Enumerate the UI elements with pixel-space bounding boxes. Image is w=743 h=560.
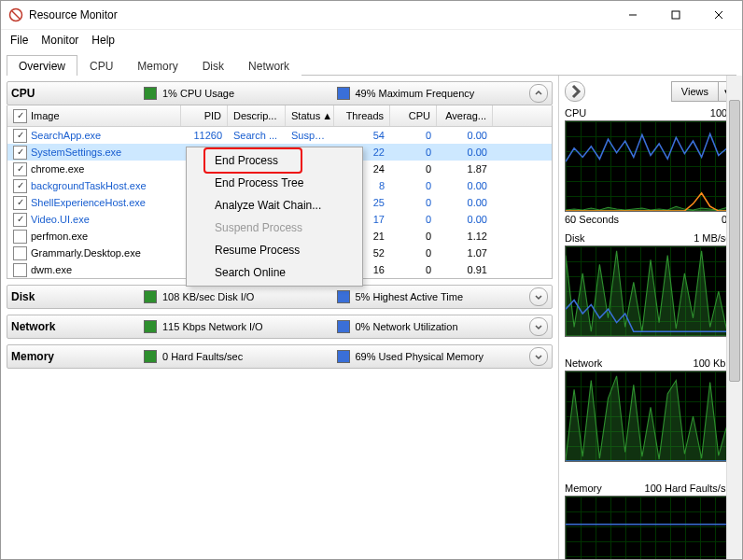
col-threads[interactable]: Threads (334, 105, 390, 126)
col-cpu[interactable]: CPU (390, 105, 437, 126)
charts-pane: Views ▾ CPU100%60 Seconds0%Disk1 MB/sec0… (558, 76, 742, 559)
process-table-header: Image PID Descrip... Status▲ Threads CPU… (7, 105, 552, 127)
chart-canvas (565, 371, 736, 462)
disk-active-label: 5% Highest Active Time (356, 291, 464, 302)
disk-io-label: 108 KB/sec Disk I/O (162, 291, 254, 302)
col-status[interactable]: Status▲ (286, 105, 334, 126)
cpu-section-header[interactable]: CPU 1% CPU Usage 49% Maximum Frequency (7, 81, 553, 105)
net-io-label: 115 Kbps Network I/O (162, 321, 263, 332)
context-menu-item[interactable]: Resume Process (189, 239, 360, 261)
cpu-freq-label: 49% Maximum Frequency (356, 88, 475, 99)
app-icon (8, 7, 23, 22)
charts-collapse-button[interactable] (565, 81, 585, 102)
process-name: Video.UI.exe (31, 214, 90, 225)
row-checkbox[interactable] (13, 179, 27, 193)
col-desc[interactable]: Descrip... (228, 105, 286, 126)
row-checkbox[interactable] (13, 196, 27, 210)
disk-section-title: Disk (11, 290, 144, 303)
menubar: File Monitor Help (1, 30, 742, 50)
row-checkbox[interactable] (13, 162, 27, 176)
charts-scrollbar-thumb[interactable] (729, 100, 740, 382)
process-cpu: 0 (390, 180, 437, 191)
tab-network[interactable]: Network (236, 55, 301, 76)
disk-active-swatch (337, 290, 350, 303)
col-image[interactable]: Image (7, 105, 181, 126)
col-avg[interactable]: Averag... (437, 105, 493, 126)
disk-io-swatch (144, 290, 157, 303)
chart-canvas (565, 120, 736, 212)
minimize-button[interactable] (611, 1, 654, 29)
chart-canvas (565, 496, 736, 559)
context-menu-item[interactable]: Search Online (189, 261, 360, 284)
chart-memory: Memory100 Hard Faults/sec (565, 483, 736, 559)
process-cpu: 0 (390, 231, 437, 242)
menu-help[interactable]: Help (91, 34, 115, 47)
process-avgcpu: 0.00 (437, 147, 493, 158)
process-name: Grammarly.Desktop.exe (31, 247, 141, 259)
process-pid: 11260 (181, 130, 228, 141)
process-cpu: 0 (390, 264, 437, 275)
row-checkbox[interactable] (13, 263, 27, 277)
col-pid[interactable]: PID (181, 105, 228, 126)
charts-scrollbar[interactable] (726, 76, 742, 559)
disk-expand-button[interactable] (529, 287, 548, 306)
chart-title: Memory (565, 483, 602, 494)
resource-monitor-window: Resource Monitor File Monitor Help Overv… (0, 0, 743, 560)
process-cpu: 0 (390, 163, 437, 175)
process-avgcpu: 0.00 (437, 130, 493, 141)
row-checkbox[interactable] (13, 230, 27, 244)
select-all-checkbox[interactable] (13, 109, 27, 123)
cpu-freq-swatch (337, 87, 350, 100)
table-row[interactable]: SearchApp.exe11260Search ...Suspe...5400… (7, 127, 552, 144)
menu-file[interactable]: File (10, 34, 28, 47)
net-util-swatch (337, 320, 350, 333)
maximize-button[interactable] (654, 1, 697, 29)
context-menu-item[interactable]: Analyze Wait Chain... (189, 194, 360, 217)
context-menu-item: Suspend Process (189, 217, 360, 239)
chart-cpu: CPU100%60 Seconds0% (565, 107, 736, 225)
process-avgcpu: 0.00 (437, 197, 493, 208)
disk-section-header[interactable]: Disk 108 KB/sec Disk I/O 5% Highest Acti… (7, 285, 553, 309)
context-menu-item[interactable]: End Process (189, 149, 360, 172)
close-button[interactable] (697, 1, 740, 29)
process-avgcpu: 0.91 (437, 264, 493, 275)
memory-section-title: Memory (11, 350, 144, 363)
process-avgcpu: 1.12 (437, 231, 493, 242)
overview-pane: CPU 1% CPU Usage 49% Maximum Frequency I… (1, 76, 558, 559)
row-checkbox[interactable] (13, 129, 27, 143)
tab-overview[interactable]: Overview (7, 55, 77, 76)
menu-monitor[interactable]: Monitor (41, 34, 78, 47)
memory-expand-button[interactable] (529, 347, 548, 366)
network-expand-button[interactable] (529, 317, 548, 336)
process-cpu: 0 (390, 130, 437, 141)
views-button[interactable]: Views (671, 81, 719, 102)
cpu-usage-label: 1% CPU Usage (162, 88, 234, 99)
cpu-section-title: CPU (11, 87, 144, 100)
mem-faults-swatch (144, 350, 157, 363)
process-name: backgroundTaskHost.exe (31, 180, 147, 191)
tab-memory[interactable]: Memory (125, 55, 189, 76)
network-section-title: Network (11, 320, 144, 333)
mem-used-swatch (337, 350, 350, 363)
network-section-header[interactable]: Network 115 Kbps Network I/O 0% Network … (7, 315, 553, 339)
tabstrip: Overview CPU Memory Disk Network (7, 52, 736, 76)
process-name: ShellExperienceHost.exe (31, 197, 146, 208)
row-checkbox[interactable] (13, 213, 27, 227)
process-name: SystemSettings.exe (31, 147, 121, 158)
context-menu-item[interactable]: End Process Tree (189, 172, 360, 194)
net-util-label: 0% Network Utilization (356, 321, 458, 332)
context-menu: End ProcessEnd Process TreeAnalyze Wait … (186, 147, 363, 287)
chart-disk: Disk1 MB/sec0 (565, 232, 736, 350)
chart-xaxis-label: 60 Seconds (565, 214, 619, 225)
tab-cpu[interactable]: CPU (77, 55, 125, 76)
cpu-collapse-button[interactable] (529, 84, 548, 103)
titlebar: Resource Monitor (1, 1, 742, 30)
memory-section-header[interactable]: Memory 0 Hard Faults/sec 69% Used Physic… (7, 344, 553, 369)
tab-disk[interactable]: Disk (190, 55, 236, 76)
process-name: SearchApp.exe (31, 130, 101, 141)
row-checkbox[interactable] (13, 146, 27, 160)
sort-arrow-icon: ▲ (322, 110, 332, 121)
row-checkbox[interactable] (13, 246, 27, 260)
process-threads: 54 (334, 130, 390, 141)
svg-line-1 (12, 11, 20, 19)
